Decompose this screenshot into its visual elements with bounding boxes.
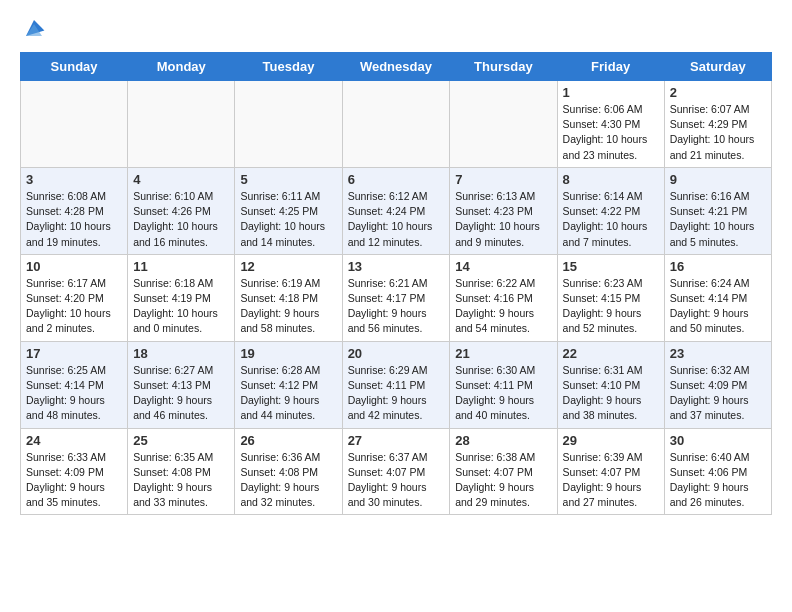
calendar-cell: 25Sunrise: 6:35 AM Sunset: 4:08 PM Dayli… [128,428,235,515]
day-info: Sunrise: 6:19 AM Sunset: 4:18 PM Dayligh… [240,276,336,337]
calendar-cell: 22Sunrise: 6:31 AM Sunset: 4:10 PM Dayli… [557,341,664,428]
day-number: 20 [348,346,445,361]
day-info: Sunrise: 6:17 AM Sunset: 4:20 PM Dayligh… [26,276,122,337]
calendar-cell: 21Sunrise: 6:30 AM Sunset: 4:11 PM Dayli… [450,341,557,428]
day-info: Sunrise: 6:35 AM Sunset: 4:08 PM Dayligh… [133,450,229,511]
day-number: 4 [133,172,229,187]
day-number: 10 [26,259,122,274]
day-info: Sunrise: 6:07 AM Sunset: 4:29 PM Dayligh… [670,102,766,163]
calendar-week-row: 10Sunrise: 6:17 AM Sunset: 4:20 PM Dayli… [21,254,772,341]
calendar-cell: 16Sunrise: 6:24 AM Sunset: 4:14 PM Dayli… [664,254,771,341]
col-sunday: Sunday [21,53,128,81]
day-number: 25 [133,433,229,448]
calendar-cell: 8Sunrise: 6:14 AM Sunset: 4:22 PM Daylig… [557,167,664,254]
day-info: Sunrise: 6:08 AM Sunset: 4:28 PM Dayligh… [26,189,122,250]
calendar-cell: 28Sunrise: 6:38 AM Sunset: 4:07 PM Dayli… [450,428,557,515]
day-number: 15 [563,259,659,274]
calendar-header-row: Sunday Monday Tuesday Wednesday Thursday… [21,53,772,81]
col-saturday: Saturday [664,53,771,81]
calendar-cell: 13Sunrise: 6:21 AM Sunset: 4:17 PM Dayli… [342,254,450,341]
calendar-week-row: 24Sunrise: 6:33 AM Sunset: 4:09 PM Dayli… [21,428,772,515]
day-info: Sunrise: 6:14 AM Sunset: 4:22 PM Dayligh… [563,189,659,250]
calendar-cell: 30Sunrise: 6:40 AM Sunset: 4:06 PM Dayli… [664,428,771,515]
day-info: Sunrise: 6:30 AM Sunset: 4:11 PM Dayligh… [455,363,551,424]
calendar-cell: 1Sunrise: 6:06 AM Sunset: 4:30 PM Daylig… [557,81,664,168]
calendar-table: Sunday Monday Tuesday Wednesday Thursday… [20,52,772,515]
calendar-cell [235,81,342,168]
day-number: 8 [563,172,659,187]
calendar-week-row: 1Sunrise: 6:06 AM Sunset: 4:30 PM Daylig… [21,81,772,168]
col-wednesday: Wednesday [342,53,450,81]
col-monday: Monday [128,53,235,81]
calendar-cell: 23Sunrise: 6:32 AM Sunset: 4:09 PM Dayli… [664,341,771,428]
calendar-cell: 18Sunrise: 6:27 AM Sunset: 4:13 PM Dayli… [128,341,235,428]
calendar-cell: 15Sunrise: 6:23 AM Sunset: 4:15 PM Dayli… [557,254,664,341]
calendar-week-row: 17Sunrise: 6:25 AM Sunset: 4:14 PM Dayli… [21,341,772,428]
day-info: Sunrise: 6:27 AM Sunset: 4:13 PM Dayligh… [133,363,229,424]
day-number: 1 [563,85,659,100]
calendar-cell: 14Sunrise: 6:22 AM Sunset: 4:16 PM Dayli… [450,254,557,341]
day-info: Sunrise: 6:22 AM Sunset: 4:16 PM Dayligh… [455,276,551,337]
day-info: Sunrise: 6:25 AM Sunset: 4:14 PM Dayligh… [26,363,122,424]
day-info: Sunrise: 6:33 AM Sunset: 4:09 PM Dayligh… [26,450,122,511]
day-number: 11 [133,259,229,274]
day-number: 17 [26,346,122,361]
calendar-cell [342,81,450,168]
day-number: 26 [240,433,336,448]
calendar-cell: 17Sunrise: 6:25 AM Sunset: 4:14 PM Dayli… [21,341,128,428]
day-info: Sunrise: 6:24 AM Sunset: 4:14 PM Dayligh… [670,276,766,337]
calendar-cell: 26Sunrise: 6:36 AM Sunset: 4:08 PM Dayli… [235,428,342,515]
page-container: Sunday Monday Tuesday Wednesday Thursday… [0,0,792,531]
day-number: 28 [455,433,551,448]
calendar-cell: 11Sunrise: 6:18 AM Sunset: 4:19 PM Dayli… [128,254,235,341]
day-info: Sunrise: 6:39 AM Sunset: 4:07 PM Dayligh… [563,450,659,511]
calendar-cell [128,81,235,168]
day-info: Sunrise: 6:28 AM Sunset: 4:12 PM Dayligh… [240,363,336,424]
day-number: 18 [133,346,229,361]
day-number: 5 [240,172,336,187]
day-number: 6 [348,172,445,187]
calendar-cell: 4Sunrise: 6:10 AM Sunset: 4:26 PM Daylig… [128,167,235,254]
day-info: Sunrise: 6:13 AM Sunset: 4:23 PM Dayligh… [455,189,551,250]
calendar-cell [21,81,128,168]
day-number: 27 [348,433,445,448]
col-thursday: Thursday [450,53,557,81]
calendar-cell: 29Sunrise: 6:39 AM Sunset: 4:07 PM Dayli… [557,428,664,515]
day-number: 3 [26,172,122,187]
calendar-cell [450,81,557,168]
col-tuesday: Tuesday [235,53,342,81]
logo-content [20,16,46,40]
calendar-cell: 24Sunrise: 6:33 AM Sunset: 4:09 PM Dayli… [21,428,128,515]
day-info: Sunrise: 6:21 AM Sunset: 4:17 PM Dayligh… [348,276,445,337]
day-info: Sunrise: 6:37 AM Sunset: 4:07 PM Dayligh… [348,450,445,511]
calendar-cell: 20Sunrise: 6:29 AM Sunset: 4:11 PM Dayli… [342,341,450,428]
day-info: Sunrise: 6:29 AM Sunset: 4:11 PM Dayligh… [348,363,445,424]
calendar-cell: 7Sunrise: 6:13 AM Sunset: 4:23 PM Daylig… [450,167,557,254]
logo [20,16,46,40]
day-number: 2 [670,85,766,100]
calendar-cell: 5Sunrise: 6:11 AM Sunset: 4:25 PM Daylig… [235,167,342,254]
day-info: Sunrise: 6:32 AM Sunset: 4:09 PM Dayligh… [670,363,766,424]
day-number: 22 [563,346,659,361]
col-friday: Friday [557,53,664,81]
calendar-cell: 10Sunrise: 6:17 AM Sunset: 4:20 PM Dayli… [21,254,128,341]
day-info: Sunrise: 6:40 AM Sunset: 4:06 PM Dayligh… [670,450,766,511]
day-number: 9 [670,172,766,187]
day-number: 24 [26,433,122,448]
calendar-cell: 6Sunrise: 6:12 AM Sunset: 4:24 PM Daylig… [342,167,450,254]
day-info: Sunrise: 6:18 AM Sunset: 4:19 PM Dayligh… [133,276,229,337]
day-info: Sunrise: 6:12 AM Sunset: 4:24 PM Dayligh… [348,189,445,250]
day-number: 12 [240,259,336,274]
calendar-cell: 27Sunrise: 6:37 AM Sunset: 4:07 PM Dayli… [342,428,450,515]
logo-icon [22,16,46,40]
day-info: Sunrise: 6:11 AM Sunset: 4:25 PM Dayligh… [240,189,336,250]
day-number: 29 [563,433,659,448]
day-number: 19 [240,346,336,361]
day-number: 14 [455,259,551,274]
day-info: Sunrise: 6:06 AM Sunset: 4:30 PM Dayligh… [563,102,659,163]
day-info: Sunrise: 6:38 AM Sunset: 4:07 PM Dayligh… [455,450,551,511]
day-info: Sunrise: 6:10 AM Sunset: 4:26 PM Dayligh… [133,189,229,250]
calendar-cell: 12Sunrise: 6:19 AM Sunset: 4:18 PM Dayli… [235,254,342,341]
day-number: 13 [348,259,445,274]
header [20,16,772,40]
